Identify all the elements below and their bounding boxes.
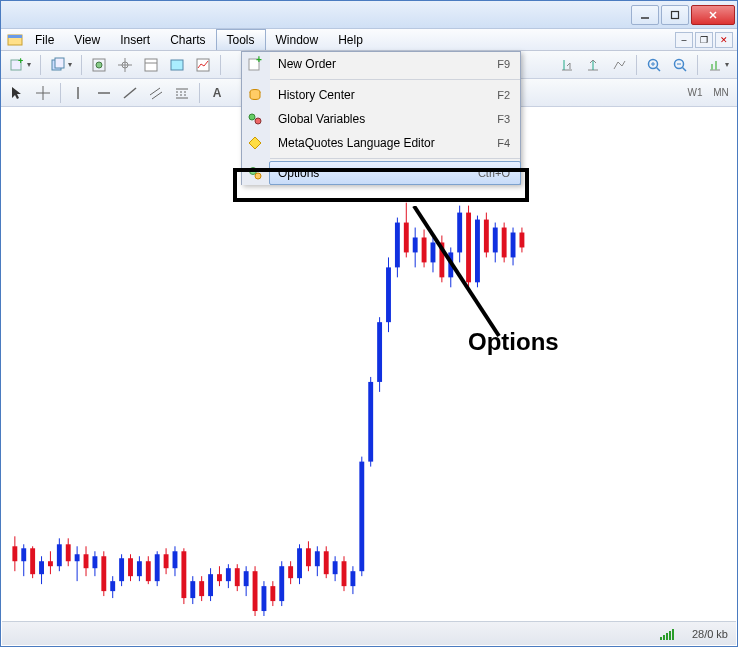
horizontal-line-button[interactable] <box>92 82 116 104</box>
svg-line-38 <box>124 88 136 98</box>
options-icon <box>246 164 264 182</box>
svg-rect-74 <box>137 561 142 576</box>
toolbar-separator <box>40 55 41 75</box>
svg-rect-154 <box>493 228 498 253</box>
zoom-out-button[interactable] <box>668 54 692 76</box>
menu-separator <box>270 158 520 159</box>
menu-separator <box>270 79 520 80</box>
svg-rect-120 <box>342 561 347 586</box>
data-window-button[interactable] <box>139 54 163 76</box>
menu-item-label: MetaQuotes Language Editor <box>270 136 497 150</box>
svg-rect-132 <box>395 223 400 268</box>
svg-rect-98 <box>244 571 249 586</box>
svg-rect-50 <box>30 548 35 574</box>
svg-rect-140 <box>431 242 436 262</box>
timeframe-mn-button[interactable]: MN <box>709 82 733 104</box>
chart-shift-button[interactable] <box>607 54 631 76</box>
timeframe-w1-button[interactable]: W1 <box>683 82 707 104</box>
connection-icon <box>660 628 680 640</box>
svg-rect-54 <box>48 561 53 566</box>
svg-rect-124 <box>359 462 364 572</box>
menu-label: Insert <box>120 33 150 47</box>
window-maximize-button[interactable] <box>661 5 689 25</box>
svg-text:+: + <box>18 57 23 66</box>
equidistant-channel-button[interactable] <box>144 82 168 104</box>
menu-label: Tools <box>227 33 255 47</box>
svg-rect-116 <box>324 551 329 574</box>
svg-rect-66 <box>101 556 106 591</box>
svg-rect-102 <box>261 586 266 611</box>
trendline-button[interactable] <box>118 82 142 104</box>
menu-charts[interactable]: Charts <box>160 29 215 50</box>
menu-item-global-variables[interactable]: Global Variables F3 <box>270 107 520 131</box>
svg-rect-130 <box>386 267 391 322</box>
svg-rect-110 <box>297 548 302 578</box>
svg-line-24 <box>657 67 661 71</box>
mdi-close-button[interactable]: ✕ <box>715 32 733 48</box>
menu-item-history-center[interactable]: History Center F2 <box>270 83 520 107</box>
new-chart-button[interactable]: + <box>5 54 35 76</box>
vertical-line-button[interactable] <box>66 82 90 104</box>
svg-rect-118 <box>333 561 338 574</box>
shift-end-button[interactable] <box>555 54 579 76</box>
svg-rect-68 <box>110 581 115 591</box>
menu-item-label: Global Variables <box>270 112 497 126</box>
fibonacci-button[interactable] <box>170 82 194 104</box>
zoom-in-button[interactable] <box>642 54 666 76</box>
menu-help[interactable]: Help <box>328 29 373 50</box>
svg-text:+: + <box>256 56 262 65</box>
mdi-minimize-button[interactable]: – <box>675 32 693 48</box>
svg-rect-46 <box>12 546 17 561</box>
window-minimize-button[interactable] <box>631 5 659 25</box>
svg-marker-33 <box>12 87 21 99</box>
svg-rect-17 <box>171 60 183 70</box>
svg-rect-64 <box>92 556 97 568</box>
svg-rect-5 <box>8 35 22 38</box>
svg-rect-146 <box>457 213 462 253</box>
menu-insert[interactable]: Insert <box>110 29 160 50</box>
menu-window[interactable]: Window <box>266 29 329 50</box>
svg-rect-80 <box>164 554 169 568</box>
svg-rect-56 <box>57 544 62 566</box>
toolbar-separator <box>60 83 61 103</box>
svg-line-28 <box>683 67 687 71</box>
svg-point-11 <box>96 62 102 68</box>
auto-scroll-button[interactable] <box>581 54 605 76</box>
menu-item-options[interactable]: Options Ctrl+O <box>269 161 521 185</box>
indicators-button[interactable] <box>703 54 733 76</box>
svg-rect-144 <box>448 252 453 277</box>
svg-rect-70 <box>119 558 124 581</box>
menu-item-new-order[interactable]: + New Order F9 <box>270 52 520 76</box>
crosshair-button[interactable] <box>31 82 55 104</box>
menubar: File View Insert Charts Tools Window Hel… <box>1 29 737 51</box>
globals-icon <box>246 110 264 128</box>
toolbar-separator <box>220 55 221 75</box>
toolbar-separator <box>81 55 82 75</box>
menu-tools[interactable]: Tools <box>216 29 266 50</box>
menu-view[interactable]: View <box>64 29 110 50</box>
menu-item-metaeditor[interactable]: MetaQuotes Language Editor F4 <box>270 131 520 155</box>
menu-item-label: New Order <box>270 57 497 71</box>
svg-rect-48 <box>21 548 26 561</box>
svg-rect-134 <box>404 223 409 253</box>
svg-rect-31 <box>711 64 713 70</box>
svg-rect-150 <box>475 220 480 283</box>
cursor-button[interactable] <box>5 82 29 104</box>
svg-rect-100 <box>253 571 258 611</box>
window-close-button[interactable] <box>691 5 735 25</box>
market-watch-button[interactable] <box>87 54 111 76</box>
tb-label: MN <box>713 87 729 98</box>
text-label-button[interactable]: A <box>205 82 229 104</box>
profiles-button[interactable] <box>46 54 76 76</box>
menu-item-label: History Center <box>270 88 497 102</box>
titlebar <box>1 1 737 29</box>
svg-rect-32 <box>715 61 717 70</box>
menu-item-shortcut: Ctrl+O <box>478 167 510 179</box>
mdi-restore-button[interactable]: ❐ <box>695 32 713 48</box>
strategy-tester-button[interactable] <box>191 54 215 76</box>
menu-file[interactable]: File <box>25 29 64 50</box>
navigator-button[interactable] <box>113 54 137 76</box>
terminal-button[interactable] <box>165 54 189 76</box>
status-kb: 28/0 kb <box>692 628 728 640</box>
toolbar-separator <box>199 83 200 103</box>
